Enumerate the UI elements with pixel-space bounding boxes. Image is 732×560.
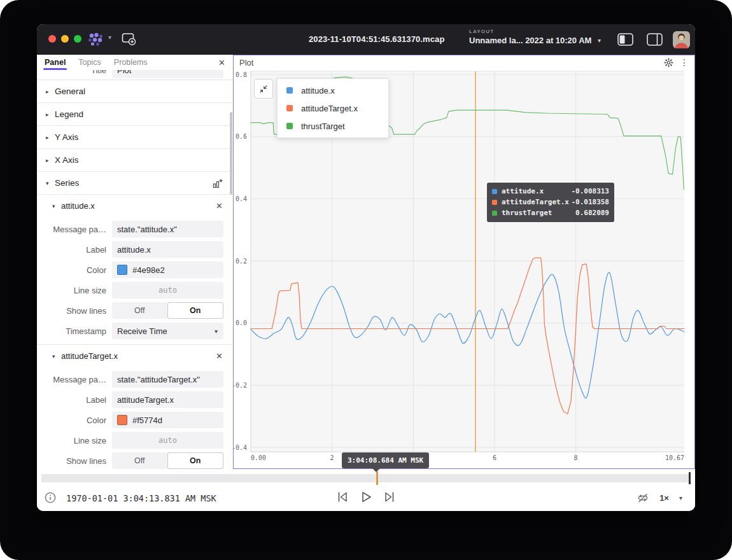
series-name: attitude.x: [61, 201, 95, 211]
label-label: Label: [37, 245, 112, 255]
line-size-label: Line size: [37, 286, 112, 295]
playback-speed[interactable]: 1×: [659, 493, 669, 503]
legend-item[interactable]: attitudeTarget.x: [278, 99, 388, 117]
add-series-icon[interactable]: [213, 178, 223, 188]
svg-text:0.4: 0.4: [236, 195, 247, 202]
tooltip-series-label: attitude.x: [502, 187, 544, 195]
more-options-icon[interactable]: ⋮: [680, 58, 689, 67]
desktop-background: ▾ 2023-11-10T04:51:45.631370.mcap LAYOUT…: [0, 0, 732, 560]
message-path-label: Message pa…: [37, 375, 112, 384]
color-hex: #f5774d: [132, 416, 162, 425]
show-lines-on-button[interactable]: On: [167, 452, 224, 469]
sidebar-tabs: Panel Topics Problems ✕: [37, 55, 233, 70]
series-color-swatch: [286, 87, 293, 94]
section-general[interactable]: ▸ General: [37, 80, 233, 103]
svg-text:0.0: 0.0: [236, 319, 247, 326]
tooltip-row: attitudeTarget.x -0.018358: [492, 197, 609, 207]
play-button[interactable]: [360, 490, 372, 504]
legend-item-label: thrustTarget: [301, 122, 345, 131]
window-title: 2023-11-10T04:51:45.631370.mcap: [309, 34, 444, 44]
series-attitude-target-x-header[interactable]: ▾ attitudeTarget.x ✕: [37, 345, 233, 367]
collapse-arrows-icon: [259, 85, 268, 94]
svg-text:10.67: 10.67: [665, 454, 684, 461]
show-lines-on-button[interactable]: On: [167, 302, 224, 319]
speed-chevron-icon[interactable]: ▾: [679, 494, 682, 501]
timestamp-select[interactable]: Receive Time ▾: [112, 323, 223, 339]
message-path-input[interactable]: state."attitudeTarget.x": [112, 371, 223, 388]
color-input[interactable]: #4e98e2: [112, 262, 223, 278]
add-panel-icon[interactable]: [122, 32, 137, 46]
series-attitude-x-header[interactable]: ▾ attitude.x ✕: [37, 195, 233, 217]
chevron-down-icon: ▾: [52, 203, 61, 209]
collapse-legend-button[interactable]: [254, 79, 273, 99]
section-x-axis[interactable]: ▸ X Axis: [37, 149, 233, 172]
line-size-row: Line size auto: [37, 282, 223, 298]
section-legend[interactable]: ▸ Legend: [37, 103, 233, 126]
svg-text:0.8: 0.8: [236, 71, 247, 78]
layout-chevron-icon[interactable]: ▾: [598, 37, 601, 44]
panel-settings-sidebar: Panel Topics Problems ✕ Title Plot ▸ Gen…: [37, 55, 233, 469]
tooltip-row: attitude.x -0.008313: [492, 186, 609, 197]
svg-text:-0.2: -0.2: [234, 382, 247, 389]
svg-text:2: 2: [330, 454, 334, 461]
section-y-axis[interactable]: ▸ Y Axis: [37, 126, 233, 149]
data-source-chevron-icon[interactable]: ▾: [108, 34, 111, 41]
series-color-swatch: [492, 211, 497, 216]
chevron-right-icon: ▸: [46, 88, 55, 95]
seek-track[interactable]: [41, 474, 691, 482]
show-lines-off-button[interactable]: Off: [112, 452, 167, 469]
toggle-right-sidebar-button[interactable]: [647, 33, 663, 46]
color-swatch[interactable]: [117, 265, 127, 275]
minimize-window-button[interactable]: [61, 35, 69, 43]
seek-forward-button[interactable]: [383, 490, 396, 504]
tab-topics[interactable]: Topics: [78, 58, 101, 67]
chevron-down-icon: ▾: [52, 353, 61, 360]
show-lines-label: Show lines: [37, 456, 112, 466]
settings-gear-icon[interactable]: [664, 58, 673, 67]
legend-item[interactable]: thrustTarget: [278, 117, 388, 135]
zoom-window-button[interactable]: [74, 35, 81, 43]
tooltip-series-value: -0.018358: [571, 198, 609, 206]
section-series[interactable]: ▾ Series: [37, 172, 233, 195]
plot-panel-title: Plot: [239, 58, 253, 67]
playhead-marker[interactable]: [689, 472, 691, 484]
plot-panel: Plot ⋮ 0.: [233, 55, 695, 469]
info-icon[interactable]: [45, 492, 56, 503]
message-path-input[interactable]: state."attitude.x": [112, 221, 223, 237]
layout-label: LAYOUT: [469, 29, 591, 34]
svg-text:0.00: 0.00: [251, 454, 266, 461]
tab-problems[interactable]: Problems: [114, 58, 148, 67]
plot-legend: attitude.x attitudeTarget.x thrustTarget: [277, 78, 389, 138]
color-label: Color: [37, 265, 112, 275]
close-window-button[interactable]: [48, 35, 56, 43]
titlebar: ▾ 2023-11-10T04:51:45.631370.mcap LAYOUT…: [37, 24, 695, 55]
app-window: ▾ 2023-11-10T04:51:45.631370.mcap LAYOUT…: [37, 24, 695, 511]
chevron-down-icon: ▾: [46, 180, 55, 186]
show-lines-toggle: Off On: [112, 452, 223, 469]
user-avatar[interactable]: [673, 31, 690, 48]
legend-item[interactable]: attitude.x: [278, 81, 388, 99]
tab-panel[interactable]: Panel: [45, 58, 66, 67]
close-sidebar-icon[interactable]: ✕: [218, 58, 225, 67]
line-size-input[interactable]: auto: [112, 282, 223, 298]
sidebar-scrollbar[interactable]: [230, 112, 232, 195]
loop-disabled-icon[interactable]: [637, 492, 649, 504]
remove-series-icon[interactable]: ✕: [216, 351, 223, 361]
color-input[interactable]: #f5774d: [112, 412, 223, 428]
chevron-right-icon: ▸: [46, 157, 55, 164]
title-field-label: Title: [37, 70, 112, 75]
toggle-left-sidebar-button[interactable]: [617, 33, 633, 46]
show-lines-row: Show lines Off On: [37, 302, 223, 319]
show-lines-off-button[interactable]: Off: [112, 302, 167, 319]
series-name: attitudeTarget.x: [61, 351, 118, 361]
seek-backward-button[interactable]: [336, 490, 349, 504]
section-y-axis-label: Y Axis: [55, 132, 78, 142]
layout-selector[interactable]: LAYOUT Unnamed la... 2022 at 10:20 AM: [469, 29, 591, 45]
title-field-input[interactable]: Plot: [112, 70, 223, 78]
tooltip-series-value: 0.682089: [575, 209, 609, 217]
label-input[interactable]: attitudeTarget.x: [112, 391, 223, 408]
remove-series-icon[interactable]: ✕: [216, 201, 223, 211]
label-input[interactable]: attitude.x: [112, 241, 223, 258]
color-swatch[interactable]: [117, 415, 127, 425]
line-size-input[interactable]: auto: [112, 432, 223, 449]
